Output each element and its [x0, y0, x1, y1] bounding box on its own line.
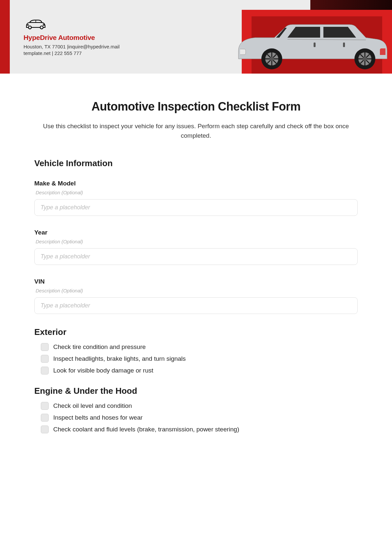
content: Automotive Inspection Checklist Form Use…: [0, 74, 392, 458]
year-input[interactable]: [34, 248, 358, 265]
header: HypeDrive Automotive Houston, TX 77001 |…: [0, 0, 392, 74]
svg-point-3: [27, 24, 29, 26]
checkbox[interactable]: [41, 343, 49, 351]
company-block: HypeDrive Automotive Houston, TX 77001 |…: [24, 18, 120, 57]
header-graphic: [229, 0, 392, 74]
svg-rect-20: [314, 43, 316, 47]
svg-rect-21: [343, 43, 345, 47]
suv-illustration-icon: [229, 20, 392, 74]
list-item: Check tire condition and pressure: [41, 343, 358, 351]
field-description: Description (Optional): [34, 288, 358, 293]
svg-point-1: [28, 26, 31, 29]
car-logo-icon: [24, 18, 48, 30]
check-label: Check coolant and fluid levels (brake, t…: [53, 426, 239, 433]
list-item: Look for visible body damage or rust: [41, 367, 358, 374]
exterior-checklist: Check tire condition and pressure Inspec…: [34, 343, 358, 374]
list-item: Check oil level and condition: [41, 402, 358, 410]
checkbox[interactable]: [41, 367, 49, 374]
field-label: Make & Model: [34, 180, 358, 187]
list-item: Inspect belts and hoses for wear: [41, 414, 358, 422]
address-line-2: template.net | 222 555 777: [24, 50, 120, 57]
checkbox[interactable]: [41, 414, 49, 422]
field-label: VIN: [34, 278, 358, 285]
check-label: Inspect belts and hoses for wear: [53, 414, 143, 421]
field-year: Year Description (Optional): [34, 229, 358, 265]
vin-input[interactable]: [34, 297, 358, 314]
checkbox[interactable]: [41, 355, 49, 363]
page-title: Automotive Inspection Checklist Form: [34, 100, 358, 113]
field-description: Description (Optional): [34, 190, 358, 195]
field-label: Year: [34, 229, 358, 236]
field-description: Description (Optional): [34, 239, 358, 244]
section-vehicle-info-heading: Vehicle Information: [34, 158, 358, 168]
check-label: Check tire condition and pressure: [53, 343, 146, 351]
svg-point-4: [43, 24, 45, 26]
field-vin: VIN Description (Optional): [34, 278, 358, 314]
company-name: HypeDrive Automotive: [24, 34, 120, 42]
check-label: Look for visible body damage or rust: [53, 367, 153, 374]
engine-checklist: Check oil level and condition Inspect be…: [34, 402, 358, 433]
make-model-input[interactable]: [34, 199, 358, 216]
section-exterior-heading: Exterior: [34, 327, 358, 337]
check-label: Inspect headlights, brake lights, and tu…: [53, 355, 186, 362]
checkbox[interactable]: [41, 426, 49, 433]
list-item: Inspect headlights, brake lights, and tu…: [41, 355, 358, 363]
list-item: Check coolant and fluid levels (brake, t…: [41, 426, 358, 433]
field-make-model: Make & Model Description (Optional): [34, 180, 358, 216]
section-engine-heading: Engine & Under the Hood: [34, 386, 358, 396]
svg-point-2: [40, 26, 43, 29]
address-line-1: Houston, TX 77001 |inquire@hypedrive.mai…: [24, 43, 120, 50]
svg-point-11: [270, 57, 274, 61]
page-subtitle: Use this checklist to inspect your vehic…: [34, 122, 358, 140]
company-address: Houston, TX 77001 |inquire@hypedrive.mai…: [24, 43, 120, 57]
svg-point-18: [363, 57, 367, 61]
checkbox[interactable]: [41, 402, 49, 410]
header-accent-bar: [0, 0, 10, 74]
check-label: Check oil level and condition: [53, 402, 132, 409]
